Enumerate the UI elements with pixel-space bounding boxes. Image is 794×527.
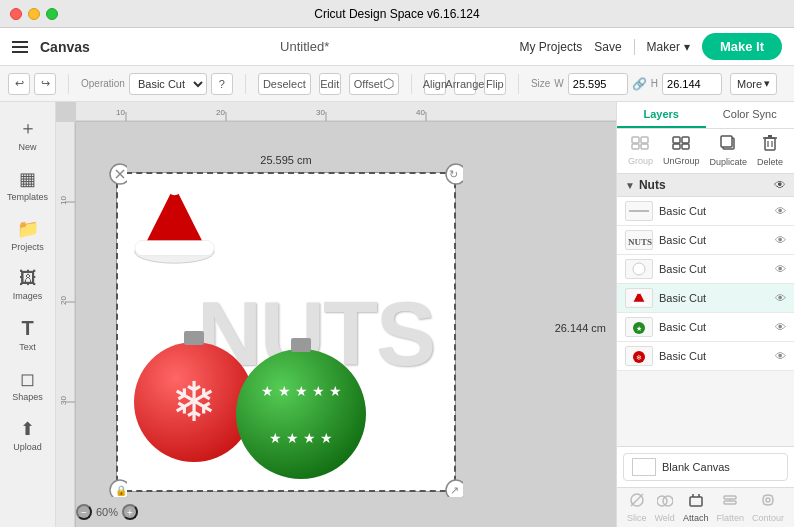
svg-rect-36 xyxy=(682,144,689,149)
svg-rect-49 xyxy=(630,302,648,306)
operation-help-button[interactable]: ? xyxy=(211,73,233,95)
layer-thumbnail-3 xyxy=(625,259,653,279)
svg-rect-35 xyxy=(673,144,680,149)
canvas-content: NUTS ❄ ★ ★ ★ xyxy=(76,122,616,497)
layer-thumbnail-2: NUTS xyxy=(625,230,653,250)
layer-thumbnail-5: ★ xyxy=(625,317,653,337)
tab-layers[interactable]: Layers xyxy=(617,102,706,128)
duplicate-tool[interactable]: Duplicate xyxy=(709,135,747,167)
my-projects-button[interactable]: My Projects xyxy=(520,40,583,54)
layer-eye-4[interactable]: 👁 xyxy=(775,292,786,304)
maker-dropdown-button[interactable]: Maker ▾ xyxy=(647,40,690,54)
layer-eye-1[interactable]: 👁 xyxy=(775,205,786,217)
deselect-button[interactable]: Deselect xyxy=(258,73,311,95)
svg-rect-62 xyxy=(724,501,736,504)
layer-eye-2[interactable]: 👁 xyxy=(775,234,786,246)
canvas-area[interactable]: 10 20 30 40 10 20 30 xyxy=(56,102,616,527)
sidebar-item-templates[interactable]: ▦ Templates xyxy=(4,162,52,208)
layer-item-selected[interactable]: Basic Cut 👁 xyxy=(617,284,794,313)
flatten-icon xyxy=(722,492,738,511)
operation-group: Operation Basic Cut ? xyxy=(81,73,233,95)
size-label: Size xyxy=(531,78,550,89)
size-group: Size W 🔗 H xyxy=(531,73,722,95)
flip-button[interactable]: Flip xyxy=(484,73,506,95)
sidebar-item-new[interactable]: ＋ New xyxy=(4,110,52,158)
svg-text:10: 10 xyxy=(59,196,68,205)
traffic-lights xyxy=(10,8,58,20)
arrange-button[interactable]: Arrange xyxy=(454,73,476,95)
svg-rect-39 xyxy=(765,138,775,150)
svg-rect-61 xyxy=(724,496,736,499)
shapes-icon: ◻ xyxy=(20,368,35,390)
height-input[interactable] xyxy=(662,73,722,95)
layer-eye-3[interactable]: 👁 xyxy=(775,263,786,275)
toolbar-undo-group: ↩ ↪ xyxy=(8,73,56,95)
green-ornament-cap xyxy=(291,338,311,352)
toolbar-sep-2 xyxy=(245,74,246,94)
svg-point-64 xyxy=(766,498,770,502)
make-it-button[interactable]: Make It xyxy=(702,33,782,60)
toolbar-sep-4 xyxy=(518,74,519,94)
zoom-in-button[interactable]: + xyxy=(122,504,138,520)
svg-rect-19 xyxy=(135,241,214,256)
layer-item[interactable]: ❄ Basic Cut 👁 xyxy=(617,342,794,371)
layer-group-header[interactable]: ▼ Nuts 👁 xyxy=(617,174,794,197)
sidebar-new-label: New xyxy=(18,142,36,152)
align-button[interactable]: Align xyxy=(424,73,446,95)
svg-rect-32 xyxy=(641,144,648,149)
duplicate-label: Duplicate xyxy=(709,157,747,167)
layer-eye-6[interactable]: 👁 xyxy=(775,350,786,362)
sidebar-item-projects[interactable]: 📁 Projects xyxy=(4,212,52,258)
text-icon: T xyxy=(21,317,33,340)
slice-label: Slice xyxy=(627,513,647,523)
lock-aspect-icon[interactable]: 🔗 xyxy=(632,77,647,91)
layer-item[interactable]: NUTS Basic Cut 👁 xyxy=(617,226,794,255)
slice-tool[interactable]: Slice xyxy=(627,492,647,523)
offset-icon: ⬡ xyxy=(383,76,394,91)
maximize-window-button[interactable] xyxy=(46,8,58,20)
minimize-window-button[interactable] xyxy=(28,8,40,20)
weld-tool[interactable]: Weld xyxy=(655,492,675,523)
svg-text:20: 20 xyxy=(59,296,68,305)
operation-label: Operation xyxy=(81,78,125,89)
sidebar-item-text[interactable]: T Text xyxy=(4,311,52,358)
ungroup-tool[interactable]: UnGroup xyxy=(663,136,700,166)
save-button[interactable]: Save xyxy=(594,40,621,54)
offset-button[interactable]: Offset ⬡ xyxy=(349,73,399,95)
redo-button[interactable]: ↪ xyxy=(34,73,56,95)
operation-select[interactable]: Basic Cut xyxy=(129,73,207,95)
more-button[interactable]: More ▾ xyxy=(730,73,777,95)
sidebar-item-images[interactable]: 🖼 Images xyxy=(4,262,52,307)
blank-canvas-button[interactable]: Blank Canvas xyxy=(623,453,788,481)
svg-text:10: 10 xyxy=(116,108,125,117)
svg-text:NUTS: NUTS xyxy=(628,237,652,247)
panel-toolbar: Group UnGroup Duplicate Delete xyxy=(617,129,794,174)
delete-tool[interactable]: Delete xyxy=(757,135,783,167)
group-tool[interactable]: Group xyxy=(628,136,653,166)
undo-button[interactable]: ↩ xyxy=(8,73,30,95)
contour-tool[interactable]: Contour xyxy=(752,492,784,523)
menu-button[interactable] xyxy=(12,41,28,53)
attach-tool[interactable]: Attach xyxy=(683,492,709,523)
edit-button[interactable]: Edit xyxy=(319,73,341,95)
toolbar-sep-3 xyxy=(411,74,412,94)
svg-text:30: 30 xyxy=(316,108,325,117)
layer-name-6: Basic Cut xyxy=(659,350,769,362)
width-input[interactable] xyxy=(568,73,628,95)
sidebar-shapes-label: Shapes xyxy=(12,392,43,402)
group-icon xyxy=(631,136,649,154)
zoom-out-button[interactable]: − xyxy=(76,504,92,520)
sidebar-item-shapes[interactable]: ◻ Shapes xyxy=(4,362,52,408)
flatten-tool[interactable]: Flatten xyxy=(716,492,744,523)
layer-item[interactable]: ★ Basic Cut 👁 xyxy=(617,313,794,342)
close-window-button[interactable] xyxy=(10,8,22,20)
svg-text:❄: ❄ xyxy=(636,354,642,361)
sidebar-item-upload[interactable]: ⬆ Upload xyxy=(4,412,52,458)
layer-eye-5[interactable]: 👁 xyxy=(775,321,786,333)
layer-item[interactable]: Basic Cut 👁 xyxy=(617,255,794,284)
tab-color-sync[interactable]: Color Sync xyxy=(706,102,795,128)
group-visibility-toggle[interactable]: 👁 xyxy=(774,178,786,192)
layer-name-1: Basic Cut xyxy=(659,205,769,217)
layer-item[interactable]: Basic Cut 👁 xyxy=(617,197,794,226)
layers-list: ▼ Nuts 👁 Basic Cut 👁 NUTS Basic Cut 👁 xyxy=(617,174,794,446)
